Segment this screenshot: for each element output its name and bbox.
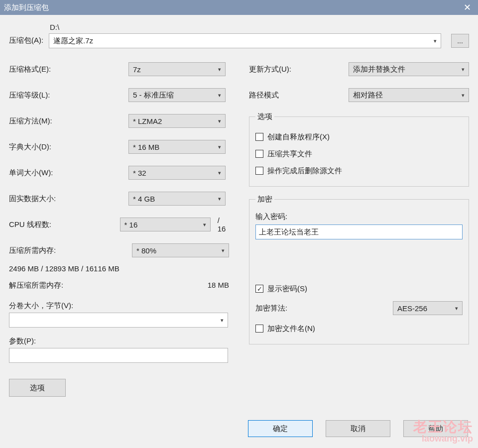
browse-label: ...: [457, 37, 463, 45]
threads-select[interactable]: * 16 ▾: [120, 218, 211, 231]
showpw-label: 显示密码(S): [267, 284, 307, 294]
pathmode-row: 路径模式 相对路径 ▾: [249, 86, 469, 104]
titlebar: 添加到压缩包 ✕: [0, 0, 478, 15]
method-select[interactable]: * LZMA2 ▾: [128, 114, 226, 128]
encalg-value: AES-256: [397, 304, 427, 313]
sfx-check-row[interactable]: 创建自释放程序(X): [255, 129, 463, 144]
chevron-down-icon: ▾: [218, 66, 221, 73]
chevron-down-icon: ▾: [462, 66, 465, 73]
window-title: 添加到压缩包: [4, 3, 460, 12]
shared-check-row[interactable]: 压缩共享文件: [255, 146, 463, 161]
options-button[interactable]: 选项: [9, 379, 66, 397]
word-select[interactable]: * 32 ▾: [128, 166, 226, 180]
params-input[interactable]: [9, 348, 228, 363]
mem-limit-select[interactable]: * 80% ▾: [132, 243, 229, 257]
client-area: 压缩包(A): D:\ 遂愿之家.7z ▾ ... 压缩格: [0, 15, 478, 448]
solid-row: 固实数据大小: * 4 GB ▾: [9, 190, 229, 208]
dict-value: * 16 MB: [133, 143, 159, 151]
solid-value: * 4 GB: [133, 195, 155, 203]
password-value: 上老王论坛当老王: [259, 227, 319, 237]
chevron-down-icon: ▾: [218, 196, 221, 202]
mem-enc-row: 压缩所需内存: * 80% ▾: [9, 241, 229, 259]
options-legend: 选项: [255, 112, 274, 121]
encnames-checkbox[interactable]: [255, 325, 263, 333]
update-select[interactable]: 添加并替换文件 ▾: [349, 62, 469, 76]
volume-label: 分卷大小，字节(V):: [9, 301, 229, 311]
password-label: 输入密码:: [255, 212, 463, 222]
right-column: 更新方式(U): 添加并替换文件 ▾ 路径模式 相对路径 ▾ 选项: [249, 60, 469, 397]
solid-label: 固实数据大小:: [9, 194, 128, 204]
delete-label: 操作完成后删除源文件: [267, 166, 342, 176]
archive-filename: 遂愿之家.7z: [53, 36, 93, 46]
dict-label: 字典大小(D):: [9, 142, 128, 152]
close-icon[interactable]: ✕: [460, 2, 474, 13]
encrypt-legend: 加密: [255, 195, 274, 204]
solid-select[interactable]: * 4 GB ▾: [128, 192, 226, 206]
showpw-check-row[interactable]: 显示密码(S): [255, 281, 463, 296]
method-row: 压缩方法(M): * LZMA2 ▾: [9, 112, 229, 130]
delete-check-row[interactable]: 操作完成后删除源文件: [255, 163, 463, 178]
chevron-down-icon: ▾: [218, 92, 221, 99]
encnames-label: 加密文件名(N): [267, 324, 315, 334]
threads-max: / 16: [218, 216, 229, 233]
format-label: 压缩格式(E):: [9, 65, 128, 74]
dialog-buttons: 确定 取消 帮助: [248, 420, 468, 437]
chevron-down-icon: ▾: [455, 305, 458, 312]
encalg-select[interactable]: AES-256 ▾: [393, 301, 463, 315]
dict-select[interactable]: * 16 MB ▾: [128, 140, 226, 154]
cancel-button[interactable]: 取消: [326, 420, 390, 437]
word-row: 单词大小(W): * 32 ▾: [9, 164, 229, 182]
mem-enc-value: 2496 MB / 12893 MB / 16116 MB: [9, 264, 229, 273]
options-button-label: 选项: [30, 383, 45, 393]
archive-path-group: D:\ 遂愿之家.7z ▾ ...: [49, 22, 469, 48]
chevron-down-icon: ▾: [434, 38, 437, 44]
update-row: 更新方式(U): 添加并替换文件 ▾: [249, 60, 469, 78]
encrypt-group: 加密 输入密码: 上老王论坛当老王 显示密码(S) 加密算法: AES-256: [249, 195, 469, 344]
params-label: 参数(P):: [9, 336, 229, 346]
chevron-down-icon: ▾: [218, 118, 221, 124]
volume-combo[interactable]: ▾: [9, 313, 228, 328]
mem-limit-value: * 80%: [136, 246, 156, 255]
sfx-checkbox[interactable]: [255, 133, 263, 141]
chevron-down-icon: ▾: [462, 92, 465, 99]
format-value: 7z: [133, 65, 141, 74]
cancel-label: 取消: [351, 424, 365, 434]
showpw-checkbox[interactable]: [255, 285, 263, 293]
mem-enc-label: 压缩所需内存:: [9, 246, 128, 255]
dialog-window: 添加到压缩包 ✕ 压缩包(A): D:\ 遂愿之家.7z ▾ ...: [0, 0, 478, 448]
mem-dec-label: 解压缩所需内存:: [9, 281, 63, 290]
update-label: 更新方式(U):: [249, 65, 349, 74]
format-select[interactable]: 7z ▾: [128, 62, 226, 76]
level-label: 压缩等级(L):: [9, 91, 128, 100]
ok-button[interactable]: 确定: [248, 420, 313, 437]
chevron-down-icon: ▾: [221, 317, 224, 324]
chevron-down-icon: ▾: [222, 247, 225, 254]
chevron-down-icon: ▾: [218, 170, 221, 176]
help-label: 帮助: [428, 424, 443, 434]
shared-checkbox[interactable]: [255, 150, 263, 158]
encnames-check-row[interactable]: 加密文件名(N): [255, 321, 463, 336]
threads-value: * 16: [124, 221, 138, 229]
encalg-row: 加密算法: AES-256 ▾: [255, 301, 463, 315]
delete-checkbox[interactable]: [255, 167, 263, 175]
word-value: * 32: [133, 169, 146, 177]
help-button[interactable]: 帮助: [403, 420, 468, 437]
pathmode-select[interactable]: 相对路径 ▾: [349, 88, 469, 102]
archive-combo: 遂愿之家.7z ▾ ...: [49, 33, 469, 48]
browse-button[interactable]: ...: [451, 34, 469, 48]
word-label: 单词大小(W):: [9, 168, 128, 178]
encalg-label: 加密算法:: [255, 304, 393, 313]
archive-drive: D:\: [49, 22, 469, 33]
format-row: 压缩格式(E): 7z ▾: [9, 60, 229, 78]
mem-dec-value: 18 MB: [208, 281, 229, 290]
update-value: 添加并替换文件: [353, 65, 405, 74]
mem-dec-row: 解压缩所需内存: 18 MB: [9, 281, 229, 290]
archive-filename-combo[interactable]: 遂愿之家.7z ▾: [49, 33, 441, 48]
sfx-label: 创建自释放程序(X): [267, 132, 330, 142]
level-select[interactable]: 5 - 标准压缩 ▾: [128, 88, 226, 102]
method-value: * LZMA2: [133, 117, 162, 125]
pathmode-label: 路径模式: [249, 91, 349, 100]
threads-label: CPU 线程数:: [9, 220, 120, 229]
chevron-down-icon: ▾: [203, 222, 206, 228]
password-input[interactable]: 上老王论坛当老王: [255, 224, 463, 239]
